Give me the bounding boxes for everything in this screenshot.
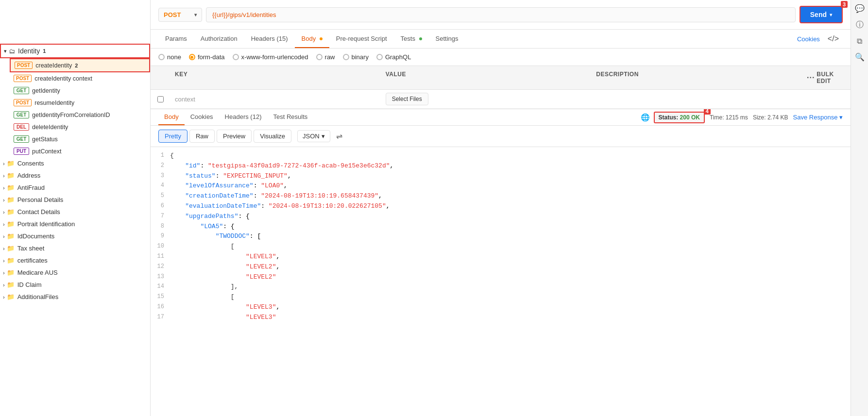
code-tab-raw[interactable]: Raw	[189, 130, 215, 143]
send-button[interactable]: Send ▾ 3	[800, 6, 843, 23]
option-urlencoded[interactable]: x-www-form-urlencoded	[233, 53, 308, 61]
address-label: Address	[17, 172, 41, 179]
method-get-badge-2: GET	[14, 111, 29, 118]
body-dot-icon	[320, 37, 323, 40]
option-binary-label: binary	[352, 53, 369, 61]
bulk-edit-btn[interactable]: ··· Bulk Edit	[802, 69, 851, 86]
getidentity-label: getIdentity	[32, 87, 60, 94]
kv-row-checkbox[interactable]	[151, 96, 170, 102]
additionalfiles-folder-icon: 📁	[7, 293, 15, 300]
sidebar-item-getidentityfromcorrelationid[interactable]: GET getIdentityFromCorrelationID	[10, 109, 150, 121]
response-tab-testresults[interactable]: Test Results	[267, 109, 313, 125]
tab-headers[interactable]: Headers (15)	[244, 30, 295, 48]
code-line-12: 12 "LEVEL2",	[151, 262, 851, 272]
method-selector[interactable]: POST ▾	[158, 8, 202, 22]
copy-icon[interactable]: ⧉	[857, 37, 862, 46]
tab-body[interactable]: Body	[295, 30, 329, 48]
line-num-3: 3	[151, 171, 170, 181]
search-icon[interactable]: 🔍	[855, 52, 865, 62]
idclaim-folder[interactable]: › 📁 ID Claim	[0, 279, 150, 291]
bulk-edit-label: Bulk Edit	[817, 71, 846, 84]
code-icon[interactable]: </>	[824, 30, 843, 48]
sidebar-item-putcontext[interactable]: PUT putContext	[10, 145, 150, 157]
contact-details-chevron: ›	[3, 209, 5, 215]
additionalfiles-folder[interactable]: › 📁 AdditionalFiles	[0, 291, 150, 303]
sidebar-item-deleteidentity[interactable]: DEL deleteIdentity	[10, 121, 150, 133]
kv-desc-header: DESCRIPTION	[591, 69, 802, 86]
option-raw[interactable]: raw	[316, 53, 335, 61]
putcontext-label: putContext	[32, 148, 61, 155]
antifraud-label: AntiFraud	[17, 184, 45, 191]
contact-details-folder-icon: 📁	[7, 208, 15, 216]
method-label: POST	[164, 11, 181, 18]
contact-details-folder[interactable]: › 📁 Contact Details	[0, 206, 150, 218]
kv-value-cell: Select Files	[381, 90, 592, 108]
iddocuments-folder-icon: 📁	[7, 233, 15, 240]
save-response-button[interactable]: Save Response ▾	[793, 114, 843, 121]
option-none[interactable]: none	[158, 53, 181, 61]
option-graphql[interactable]: GraphQL	[376, 53, 411, 61]
identity-folder-header[interactable]: ▾ 🗂 Identity 1	[0, 44, 150, 58]
method-chevron-icon: ▾	[194, 12, 197, 17]
line-content-14: ],	[170, 282, 851, 292]
taxsheet-folder[interactable]: › 📁 Tax sheet	[0, 242, 150, 254]
code-tab-visualize[interactable]: Visualize	[254, 130, 291, 143]
tab-tests[interactable]: Tests	[394, 30, 429, 48]
address-folder[interactable]: › 📁 Address	[0, 169, 150, 182]
select-files-button[interactable]: Select Files	[386, 93, 428, 105]
portrait-id-folder[interactable]: › 📁 Portrait Identification	[0, 218, 150, 230]
tab-settings[interactable]: Settings	[429, 30, 465, 48]
kv-desc-cell	[591, 96, 802, 102]
taxsheet-folder-icon: 📁	[7, 245, 15, 252]
line-content-8: "LOA5": {	[170, 222, 851, 232]
tab-tests-label: Tests	[401, 35, 415, 42]
option-binary[interactable]: binary	[343, 53, 369, 61]
send-label: Send	[810, 11, 827, 18]
kv-checkbox-input[interactable]	[157, 96, 164, 102]
info-icon[interactable]: ⓘ	[856, 20, 864, 30]
contact-details-label: Contact Details	[17, 208, 60, 216]
response-tab-body[interactable]: Body	[158, 109, 185, 125]
chat-icon[interactable]: 💬	[855, 4, 865, 13]
response-tab-headers[interactable]: Headers (12)	[219, 109, 268, 125]
method-post-badge-2: POST	[14, 75, 32, 82]
consents-folder[interactable]: › 📁 Consents	[0, 157, 150, 169]
code-tab-pretty[interactable]: Pretty	[158, 130, 187, 143]
code-line-11: 11 "LEVEL3",	[151, 252, 851, 262]
personal-details-folder[interactable]: › 📁 Personal Details	[0, 194, 150, 206]
kv-badge-4	[802, 97, 851, 101]
globe-icon: 🌐	[641, 113, 650, 122]
antifraud-folder[interactable]: › 📁 AntiFraud	[0, 182, 150, 194]
code-line-5: 5 "creationDateTime": "2024-08-19T13:10:…	[151, 191, 851, 201]
method-put-badge: PUT	[14, 148, 29, 155]
line-content-12: "LEVEL2",	[170, 262, 851, 272]
kv-checkbox-col	[151, 69, 170, 86]
response-tab-cookies[interactable]: Cookies	[185, 109, 219, 125]
certificates-folder[interactable]: › 📁 certificates	[0, 254, 150, 266]
tab-prerequest[interactable]: Pre-request Script	[329, 30, 394, 48]
send-dropdown-icon: ▾	[830, 12, 832, 17]
tab-authorization[interactable]: Authorization	[194, 30, 244, 48]
personal-details-folder-icon: 📁	[7, 196, 15, 203]
sidebar-item-resumeidentity[interactable]: POST resumeIdentity	[10, 97, 150, 109]
sidebar-item-getstatus[interactable]: GET getStatus	[10, 133, 150, 145]
code-line-4: 4 "levelOfAssurance": "LOA0",	[151, 181, 851, 191]
request-tabs-row: Params Authorization Headers (15) Body P…	[151, 30, 851, 49]
sidebar-item-getidentity[interactable]: GET getIdentity	[10, 84, 150, 97]
line-num-1: 1	[151, 151, 170, 160]
url-input[interactable]	[206, 7, 796, 22]
json-format-label: JSON	[303, 133, 320, 140]
cookies-link[interactable]: Cookies	[793, 31, 824, 48]
sidebar-item-createidentity-context[interactable]: POST createIdentity context	[10, 72, 150, 84]
radio-urlencoded-icon	[233, 54, 239, 60]
sidebar-item-createidentity[interactable]: POST createIdentity 2	[10, 58, 150, 72]
iddocuments-folder[interactable]: › 📁 IdDocuments	[0, 230, 150, 242]
code-tab-preview[interactable]: Preview	[217, 130, 252, 143]
code-line-16: 16 "LEVEL3",	[151, 302, 851, 313]
option-formdata[interactable]: form-data	[189, 53, 225, 61]
code-line-17: 17 "LEVEL3"	[151, 313, 851, 323]
wrap-icon[interactable]: ⇌	[336, 132, 342, 141]
tab-params[interactable]: Params	[158, 30, 194, 48]
json-format-selector[interactable]: JSON ▾	[297, 130, 330, 142]
medicare-folder[interactable]: › 📁 Medicare AUS	[0, 266, 150, 279]
